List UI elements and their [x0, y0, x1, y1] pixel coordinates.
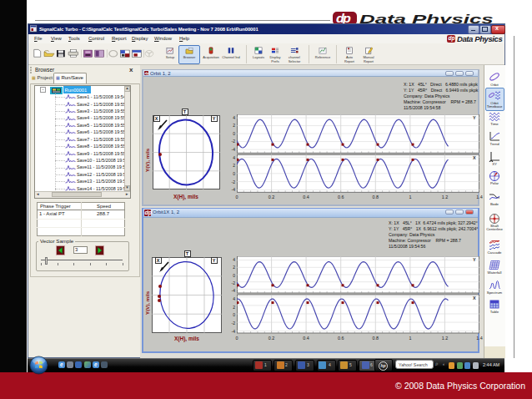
svg-text:Y: Y: [473, 257, 476, 262]
svg-text:Y: Y: [473, 115, 476, 120]
svg-text:X: X: [473, 155, 476, 160]
svg-text:X: X: [473, 295, 476, 301]
